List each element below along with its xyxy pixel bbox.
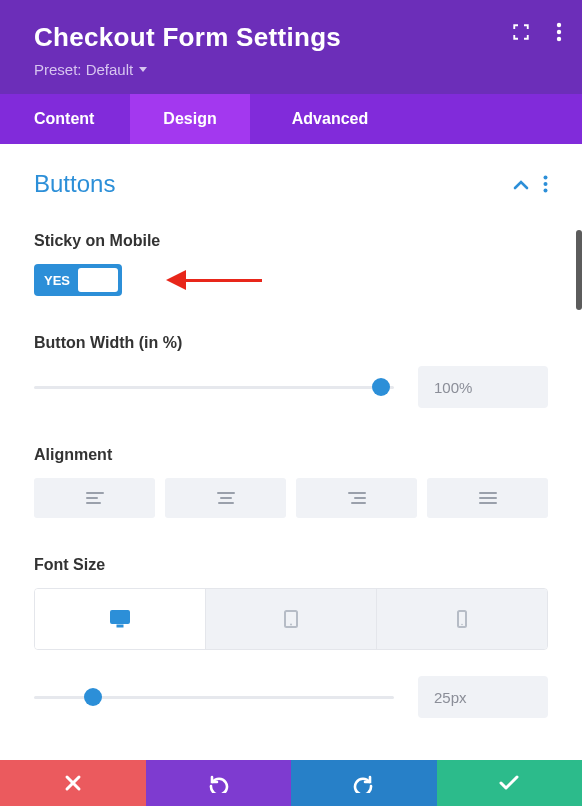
- scrollbar[interactable]: [576, 230, 582, 310]
- redo-button[interactable]: [291, 760, 437, 806]
- tab-design[interactable]: Design: [130, 94, 250, 144]
- button-width-label: Button Width (in %): [34, 334, 548, 352]
- device-desktop-tab[interactable]: [35, 589, 205, 649]
- toggle-text: YES: [44, 273, 70, 288]
- device-tablet-tab[interactable]: [205, 589, 376, 649]
- button-width-value[interactable]: 100%: [418, 366, 548, 408]
- svg-point-3: [544, 176, 548, 180]
- toggle-knob: [78, 268, 118, 292]
- slider-thumb[interactable]: [372, 378, 390, 396]
- svg-point-2: [557, 37, 561, 41]
- field-alignment: Alignment: [34, 446, 548, 518]
- align-right-button[interactable]: [296, 478, 417, 518]
- svg-point-4: [544, 182, 548, 186]
- font-size-row: 25px: [34, 676, 548, 718]
- field-font-size: Font Size: [34, 556, 548, 718]
- align-justify-button[interactable]: [427, 478, 548, 518]
- svg-point-1: [557, 30, 561, 34]
- svg-rect-18: [111, 611, 129, 623]
- annotation-arrow: [162, 270, 262, 290]
- settings-header: Checkout Form Settings Preset: Default: [0, 0, 582, 94]
- section-actions: [513, 174, 548, 195]
- sticky-toggle-row: YES: [34, 264, 548, 296]
- alignment-options: [34, 478, 548, 518]
- fullscreen-icon[interactable]: [512, 23, 530, 45]
- slider-track: [34, 386, 394, 389]
- undo-button[interactable]: [146, 760, 292, 806]
- field-sticky-on-mobile: Sticky on Mobile YES: [34, 232, 548, 296]
- svg-point-0: [557, 23, 561, 27]
- field-button-width: Button Width (in %) 100%: [34, 334, 548, 408]
- button-width-slider[interactable]: [34, 377, 394, 397]
- sticky-label: Sticky on Mobile: [34, 232, 548, 250]
- header-actions: [512, 22, 562, 46]
- footer-actions: [0, 760, 582, 806]
- section-menu-icon[interactable]: [543, 175, 548, 193]
- alignment-label: Alignment: [34, 446, 548, 464]
- collapse-icon[interactable]: [513, 174, 529, 195]
- button-width-row: 100%: [34, 366, 548, 408]
- font-size-label: Font Size: [34, 556, 548, 574]
- svg-point-23: [461, 624, 463, 626]
- tab-content[interactable]: Content: [0, 94, 130, 144]
- preset-label: Preset: Default: [34, 61, 133, 78]
- slider-thumb[interactable]: [84, 688, 102, 706]
- svg-point-5: [544, 189, 548, 193]
- cancel-button[interactable]: [0, 760, 146, 806]
- svg-point-21: [290, 624, 292, 626]
- menu-dots-icon[interactable]: [556, 22, 562, 46]
- save-button[interactable]: [437, 760, 583, 806]
- font-size-value[interactable]: 25px: [418, 676, 548, 718]
- tab-advanced[interactable]: Advanced: [250, 94, 410, 144]
- section-title: Buttons: [34, 170, 115, 198]
- preset-selector[interactable]: Preset: Default: [34, 61, 554, 78]
- page-title: Checkout Form Settings: [34, 22, 554, 53]
- caret-down-icon: [139, 67, 147, 72]
- align-center-button[interactable]: [165, 478, 286, 518]
- font-size-slider[interactable]: [34, 687, 394, 707]
- device-tabs: [34, 588, 548, 650]
- tabs-bar: Content Design Advanced: [0, 94, 582, 144]
- device-phone-tab[interactable]: [376, 589, 547, 649]
- align-left-button[interactable]: [34, 478, 155, 518]
- settings-content: Buttons Sticky on Mobile YES: [0, 144, 582, 744]
- svg-rect-19: [117, 625, 123, 627]
- section-header: Buttons: [34, 170, 548, 198]
- sticky-toggle[interactable]: YES: [34, 264, 122, 296]
